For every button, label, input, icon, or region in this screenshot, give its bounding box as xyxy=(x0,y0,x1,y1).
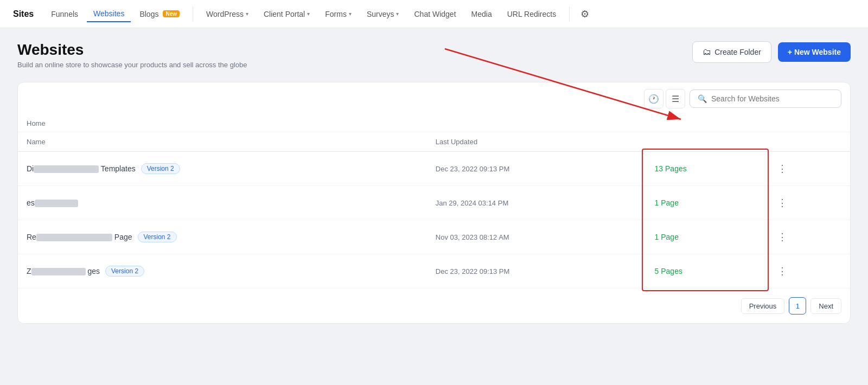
row-menu-button[interactable]: ⋮ xyxy=(773,195,792,211)
version-badge: Version 2 xyxy=(138,232,177,242)
row-menu-button[interactable]: ⋮ xyxy=(773,161,792,177)
chevron-down-icon: ▾ xyxy=(246,11,248,17)
name-cell: Di TemplatesVersion 2 xyxy=(18,152,427,186)
table-row: Z gesVersion 2Dec 23, 2022 09:13 PM5 Pag… xyxy=(18,254,850,288)
brand-logo: Sites xyxy=(13,9,34,19)
blurred-name xyxy=(35,200,78,207)
blogs-badge: New xyxy=(163,10,180,17)
breadcrumb: Home xyxy=(18,115,850,132)
nav-item-forms[interactable]: Forms ▾ xyxy=(318,7,358,22)
create-folder-button[interactable]: 🗂 Create Folder xyxy=(692,41,771,63)
folder-plus-icon: 🗂 xyxy=(703,47,711,57)
name-cell: es xyxy=(18,186,427,220)
action-cell: ⋮ xyxy=(764,152,850,186)
action-cell: ⋮ xyxy=(764,186,850,220)
table-toolbar: 🕐 ☰ 🔍 xyxy=(18,82,850,115)
pages-cell[interactable]: 1 Page xyxy=(646,186,764,220)
row-menu-button[interactable]: ⋮ xyxy=(773,263,792,279)
nav-separator-1 xyxy=(193,7,193,22)
table-container: 🕐 ☰ 🔍 Home Name Last Updated xyxy=(17,82,851,324)
column-pages xyxy=(646,132,764,152)
page-number-1[interactable]: 1 xyxy=(789,297,806,315)
last-updated-cell: Nov 03, 2023 08:12 AM xyxy=(427,220,646,254)
nav-item-blogs[interactable]: Blogs New xyxy=(133,7,186,22)
blurred-name xyxy=(31,268,86,275)
nav-item-funnels[interactable]: Funnels xyxy=(44,7,85,22)
name-cell: Z gesVersion 2 xyxy=(18,254,427,288)
nav-item-url-redirects[interactable]: URL Redirects xyxy=(501,7,563,22)
search-icon: 🔍 xyxy=(698,94,707,103)
main-content: Websites Build an online store to showca… xyxy=(0,28,868,385)
column-last-updated: Last Updated xyxy=(427,132,646,152)
pagination: Previous 1 Next xyxy=(18,288,850,323)
nav-item-websites[interactable]: Websites xyxy=(87,6,131,22)
blurred-name xyxy=(34,165,99,173)
version-badge: Version 2 xyxy=(105,266,144,277)
last-updated-cell: Dec 23, 2022 09:13 PM xyxy=(427,152,646,186)
table-row: Re PageVersion 2Nov 03, 2023 08:12 AM1 P… xyxy=(18,220,850,254)
page-title-section: Websites Build an online store to showca… xyxy=(17,41,247,69)
action-cell: ⋮ xyxy=(764,220,850,254)
nav-item-wordpress[interactable]: WordPress ▾ xyxy=(200,7,255,22)
name-cell: Re PageVersion 2 xyxy=(18,220,427,254)
pages-cell[interactable]: 5 Pages xyxy=(646,254,764,288)
blurred-name xyxy=(36,234,112,241)
nav-item-media[interactable]: Media xyxy=(465,7,499,22)
last-updated-cell: Dec 23, 2022 09:13 PM xyxy=(427,254,646,288)
top-nav: Sites Funnels Websites Blogs New WordPre… xyxy=(0,0,868,28)
page-title: Websites xyxy=(17,41,247,59)
chevron-down-icon: ▾ xyxy=(396,11,399,17)
view-toggle: 🕐 ☰ xyxy=(644,89,685,108)
version-badge: Version 2 xyxy=(141,163,180,174)
previous-button[interactable]: Previous xyxy=(741,298,785,314)
table-header-row: Name Last Updated xyxy=(18,132,850,152)
clock-view-button[interactable]: 🕐 xyxy=(644,89,663,108)
list-view-button[interactable]: ☰ xyxy=(666,89,685,108)
pages-cell[interactable]: 1 Page xyxy=(646,220,764,254)
nav-item-chat-widget[interactable]: Chat Widget xyxy=(407,7,462,22)
chevron-down-icon: ▾ xyxy=(307,11,310,17)
next-button[interactable]: Next xyxy=(810,298,841,314)
chevron-down-icon: ▾ xyxy=(349,11,352,17)
page-subtitle: Build an online store to showcase your p… xyxy=(17,61,247,69)
pages-cell[interactable]: 13 Pages xyxy=(646,152,764,186)
websites-table: Name Last Updated Di TemplatesVersion 2D… xyxy=(18,132,850,288)
table-row: esJan 29, 2024 03:14 PM1 Page⋮ xyxy=(18,186,850,220)
new-website-button[interactable]: + New Website xyxy=(778,42,851,62)
action-cell: ⋮ xyxy=(764,254,850,288)
page-header: Websites Build an online store to showca… xyxy=(17,41,851,69)
column-name: Name xyxy=(18,132,427,152)
last-updated-cell: Jan 29, 2024 03:14 PM xyxy=(427,186,646,220)
table-row: Di TemplatesVersion 2Dec 23, 2022 09:13 … xyxy=(18,152,850,186)
nav-separator-2 xyxy=(569,7,570,22)
search-box: 🔍 xyxy=(690,89,841,108)
row-menu-button[interactable]: ⋮ xyxy=(773,229,792,245)
header-actions: 🗂 Create Folder + New Website xyxy=(692,41,851,63)
search-input[interactable] xyxy=(711,94,833,103)
nav-item-client-portal[interactable]: Client Portal ▾ xyxy=(257,7,316,22)
nav-item-surveys[interactable]: Surveys ▾ xyxy=(360,7,406,22)
settings-icon[interactable]: ⚙ xyxy=(576,5,593,23)
column-actions xyxy=(764,132,850,152)
